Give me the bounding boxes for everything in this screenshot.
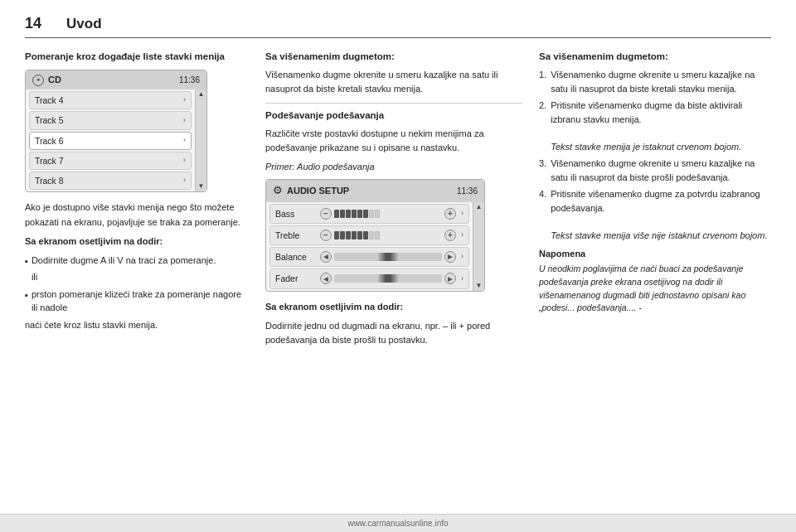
fader-arrow: ›	[461, 273, 464, 285]
bullet-symbol-1: ▪	[25, 254, 28, 268]
cd-disc-icon: ●	[32, 75, 44, 86]
cd-scroll-up[interactable]: ▲	[198, 91, 205, 98]
numbered-text-2: Pritisnite višenamenko dugme da biste ak…	[551, 99, 771, 153]
gear-icon: ⚙	[273, 182, 283, 199]
page-number: 14	[25, 15, 41, 32]
left-column: Pomeranje kroz događaje liste stavki men…	[25, 50, 249, 510]
left-section-heading: Pomeranje kroz događaje liste stavki men…	[25, 50, 249, 63]
balance-plus[interactable]: ►	[444, 251, 456, 263]
left-body2: naći ćete kroz listu stavki menija.	[25, 318, 249, 332]
treble-arrow: ›	[461, 230, 464, 241]
bullet-text-2: prston pomeranje klizeći trake za pomera…	[32, 288, 249, 315]
balance-slider[interactable]: ◄ ►	[320, 251, 456, 263]
audio-label: AUDIO SETUP	[287, 184, 349, 198]
audio-rows-inner: Bass −	[266, 202, 473, 291]
treble-slider[interactable]: −	[320, 230, 456, 241]
footer-url: www.carmanualsunline.info	[347, 519, 448, 528]
numbered-item-2: 2. Pritisnite višenamenko dugme da biste…	[539, 99, 771, 153]
track-4-arrow: ›	[183, 94, 186, 106]
right-column: Sa višenamenim dugmetom: 1. Višenamenko …	[539, 50, 771, 510]
bass-slider[interactable]: −	[320, 208, 456, 220]
numbered-text-4: Pritisnite višenamenko dugme za potvrdu …	[551, 187, 771, 242]
fader-plus[interactable]: ►	[444, 273, 456, 284]
audio-scroll-up[interactable]: ▲	[476, 204, 483, 210]
mid-example-label: Primer: Audio podešavanja	[265, 160, 522, 174]
num-3: 3.	[539, 157, 546, 184]
mid-sub-heading2: Sa ekranom osetljivim na dodir:	[265, 300, 522, 314]
balance-indicator	[334, 253, 442, 261]
audio-scrollbar[interactable]: ▲ ▼	[473, 202, 484, 291]
bass-arrow: ›	[461, 208, 464, 220]
footer-bar: www.carmanualsunline.info	[0, 514, 796, 532]
track-6[interactable]: Track 6 ›	[29, 132, 192, 150]
treble-label: Treble	[275, 229, 315, 242]
cd-player-widget: ● CD 11:36 Track 4 › Track 5 ›	[25, 70, 207, 192]
treble-plus[interactable]: +	[444, 230, 456, 241]
audio-row-bass[interactable]: Bass −	[269, 204, 469, 224]
numbered-list: 1. Višenamenko dugme okrenite u smeru ka…	[539, 68, 771, 242]
track-4[interactable]: Track 4 ›	[29, 91, 192, 109]
cd-tracks-container: Track 4 › Track 5 › Track 6 › Track 7	[26, 89, 206, 191]
content-columns: Pomeranje kroz događaje liste stavki men…	[25, 50, 771, 510]
cd-scroll-down[interactable]: ▼	[198, 183, 205, 190]
cd-time: 11:36	[179, 74, 200, 87]
audio-row-fader[interactable]: Fader ◄ ► ›	[269, 268, 469, 288]
num-1: 1.	[539, 68, 546, 95]
cd-label: CD	[48, 73, 61, 87]
bullet-2: ▪ prston pomeranje klizeći trake za pome…	[25, 288, 249, 315]
mid-column: Sa višenamenim dugmetom: Višenamenko dug…	[265, 50, 522, 510]
track-8-arrow: ›	[183, 175, 186, 186]
numbered-text-1: Višenamenko dugme okrenite u smeru kazal…	[551, 68, 771, 95]
bass-bars	[334, 210, 442, 218]
mid-divider1	[265, 103, 522, 104]
fader-indicator	[334, 274, 442, 283]
mid-body1: Višenamenko dugme okrenite u smeru kazal…	[265, 68, 522, 96]
right-section-heading: Sa višenamenim dugmetom:	[539, 50, 771, 63]
numbered-item-4: 4. Pritisnite višenamenko dugme za potvr…	[539, 187, 771, 242]
page-title: Uvod	[66, 16, 102, 32]
track-7-arrow: ›	[183, 155, 186, 167]
treble-minus[interactable]: −	[320, 230, 332, 241]
numbered-text-3: Višenamenko dugme okrenite u smeru kazal…	[551, 157, 771, 184]
cd-header: ● CD 11:36	[26, 70, 206, 89]
note-text: U neodkim poglavijima će naći buaci za p…	[539, 263, 771, 315]
track-7[interactable]: Track 7 ›	[29, 152, 192, 170]
balance-arrow: ›	[461, 251, 464, 263]
fader-minus[interactable]: ◄	[320, 273, 332, 284]
balance-minus[interactable]: ◄	[320, 251, 332, 263]
cd-tracks-inner: Track 4 › Track 5 › Track 6 › Track 7	[26, 89, 195, 191]
left-sub-heading: Sa ekranom osetljivim na dodir:	[25, 235, 249, 249]
audio-scroll-down[interactable]: ▼	[476, 283, 483, 289]
track-5[interactable]: Track 5 ›	[29, 111, 192, 129]
numbered-item-3: 3. Višenamenko dugme okrenite u smeru ka…	[539, 157, 771, 184]
bass-plus[interactable]: +	[444, 208, 456, 220]
numbered-item-1: 1. Višenamenko dugme okrenite u smeru ka…	[539, 68, 771, 95]
fader-label: Fader	[275, 272, 315, 285]
fader-slider[interactable]: ◄ ►	[320, 273, 456, 284]
num-4: 4.	[539, 187, 546, 242]
mid-section-heading1: Sa višenamenim dugmetom:	[265, 50, 522, 63]
audio-time: 11:36	[457, 185, 478, 198]
audio-setup-widget: ⚙ AUDIO SETUP 11:36 Bass −	[265, 179, 485, 291]
bullet-symbol-2: ▪	[25, 288, 28, 315]
track-8[interactable]: Track 8 ›	[29, 172, 192, 190]
left-body1: Ako je dostupno više stavki menija nego …	[25, 201, 249, 229]
audio-row-balance[interactable]: Balance ◄ ► ›	[269, 247, 469, 267]
bullet-1: ▪ Dodirnite dugme A ili V na traci za po…	[25, 254, 249, 268]
cd-scrollbar[interactable]: ▲ ▼	[195, 89, 206, 191]
mid-body3: Dodirnite jednu od dugmadi na ekranu, np…	[265, 319, 522, 347]
mid-body2: Različite vrste postavki dostupne u neki…	[265, 127, 522, 155]
bullet-or: ▪ ili	[25, 270, 249, 285]
track-6-arrow: ›	[183, 135, 186, 147]
bullet-text-1: Dodirnite dugme A ili V na traci za pome…	[32, 254, 216, 268]
num-2: 2.	[539, 99, 546, 153]
track-5-arrow: ›	[183, 115, 186, 127]
audio-row-treble[interactable]: Treble −	[269, 225, 469, 245]
bass-minus[interactable]: −	[320, 208, 332, 220]
page-header: 14 Uvod	[25, 15, 771, 38]
audio-header: ⚙ AUDIO SETUP 11:36	[266, 180, 484, 201]
bass-label: Bass	[275, 207, 315, 220]
treble-bars	[334, 231, 442, 239]
audio-rows-container: Bass −	[266, 202, 484, 291]
mid-sub-heading1: Podešavanje podešavanja	[265, 109, 522, 122]
